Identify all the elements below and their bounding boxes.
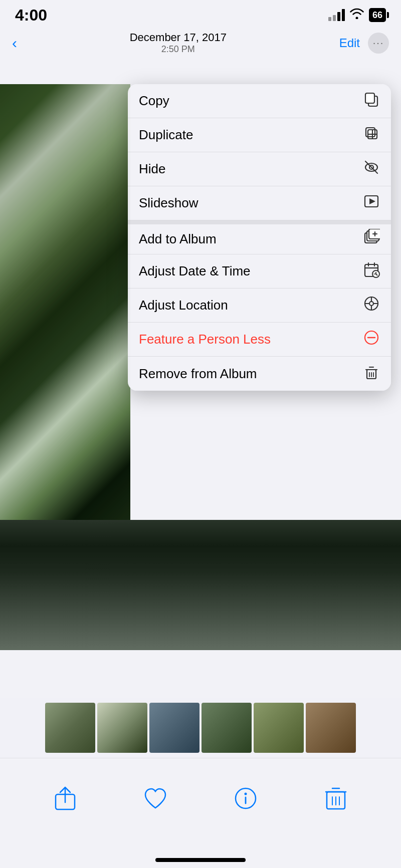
add-album-label: Add to Album bbox=[139, 231, 217, 247]
remove-album-icon bbox=[363, 364, 380, 384]
adjust-date-label: Adjust Date & Time bbox=[139, 263, 251, 279]
photo-overlay-bottom bbox=[0, 520, 401, 650]
thumbnail-2[interactable] bbox=[97, 703, 147, 753]
svg-rect-1 bbox=[365, 93, 374, 103]
like-button[interactable] bbox=[135, 778, 175, 818]
delete-button[interactable] bbox=[316, 778, 356, 818]
hide-label: Hide bbox=[139, 161, 165, 177]
context-menu: Copy Duplicate Hide bbox=[128, 84, 391, 391]
status-bar: 4:00 66 bbox=[0, 0, 401, 27]
battery-level: 66 bbox=[372, 10, 382, 21]
more-button[interactable]: ··· bbox=[368, 33, 389, 54]
nav-right: Edit ··· bbox=[339, 33, 389, 54]
adjust-location-icon bbox=[363, 295, 380, 316]
svg-point-25 bbox=[369, 302, 373, 306]
bottom-toolbar bbox=[0, 758, 401, 838]
thumbnail-5[interactable] bbox=[254, 703, 304, 753]
slideshow-icon bbox=[363, 193, 380, 213]
menu-item-adjust-location[interactable]: Adjust Location bbox=[128, 288, 391, 323]
more-dots-icon: ··· bbox=[373, 37, 384, 49]
photo-date: December 17, 2017 bbox=[130, 31, 227, 44]
home-indicator bbox=[155, 858, 246, 862]
menu-item-adjust-date[interactable]: Adjust Date & Time bbox=[128, 254, 391, 288]
duplicate-label: Duplicate bbox=[139, 127, 193, 143]
info-button[interactable] bbox=[226, 778, 266, 818]
thumbnail-3[interactable] bbox=[149, 703, 199, 753]
nav-center: December 17, 2017 2:50 PM bbox=[130, 31, 227, 55]
menu-item-duplicate[interactable]: Duplicate bbox=[128, 118, 391, 152]
edit-button[interactable]: Edit bbox=[339, 36, 360, 50]
duplicate-icon bbox=[363, 125, 380, 145]
status-icons: 66 bbox=[328, 8, 386, 22]
copy-label: Copy bbox=[139, 93, 169, 109]
share-button[interactable] bbox=[45, 778, 85, 818]
menu-item-hide[interactable]: Hide bbox=[128, 152, 391, 186]
menu-item-feature-less[interactable]: Feature a Person Less bbox=[128, 323, 391, 357]
svg-marker-10 bbox=[369, 198, 375, 204]
adjust-location-label: Adjust Location bbox=[139, 298, 228, 313]
thumbnail-6[interactable] bbox=[306, 703, 356, 753]
photo-time: 2:50 PM bbox=[130, 44, 227, 55]
back-button[interactable]: ‹ bbox=[12, 35, 17, 52]
thumbnail-1[interactable] bbox=[45, 703, 95, 753]
add-album-icon bbox=[363, 229, 380, 249]
menu-item-slideshow[interactable]: Slideshow bbox=[128, 186, 391, 220]
remove-album-label: Remove from Album bbox=[139, 366, 257, 382]
svg-point-41 bbox=[245, 792, 247, 795]
photo-overlay bbox=[0, 84, 130, 520]
slideshow-label: Slideshow bbox=[139, 195, 198, 211]
feature-less-label: Feature a Person Less bbox=[139, 332, 271, 347]
thumbnail-strip bbox=[0, 698, 401, 758]
hide-icon bbox=[363, 159, 380, 179]
feature-less-icon bbox=[363, 329, 380, 350]
menu-item-remove-album[interactable]: Remove from Album bbox=[128, 357, 391, 391]
wifi-icon bbox=[350, 8, 364, 22]
copy-icon bbox=[363, 91, 380, 111]
thumbnail-4[interactable] bbox=[202, 703, 252, 753]
adjust-date-icon bbox=[363, 261, 380, 281]
signal-icon bbox=[328, 9, 345, 21]
status-time: 4:00 bbox=[15, 6, 47, 25]
menu-item-copy[interactable]: Copy bbox=[128, 84, 391, 118]
nav-bar: ‹ December 17, 2017 2:50 PM Edit ··· bbox=[0, 27, 401, 61]
battery-icon: 66 bbox=[369, 8, 386, 22]
menu-item-add-album[interactable]: Add to Album bbox=[128, 220, 391, 254]
